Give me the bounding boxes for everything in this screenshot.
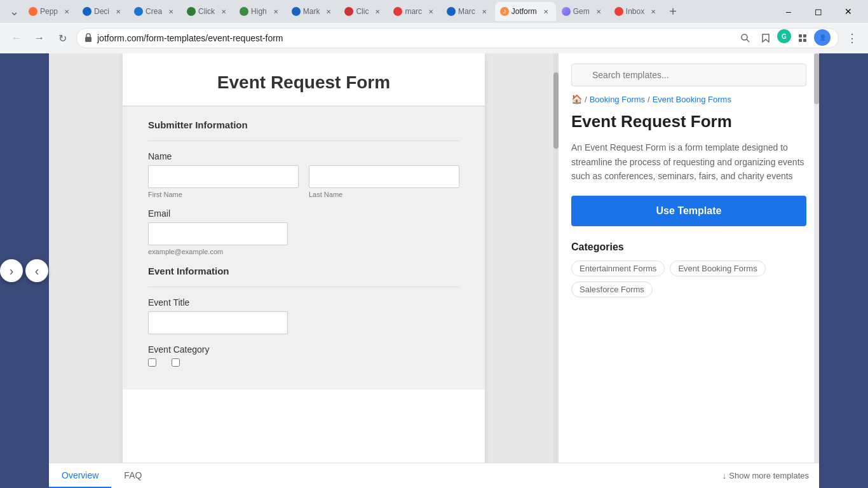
- chevron-left-icon: ‹: [35, 264, 39, 278]
- tab-clix[interactable]: ✓ Clic ✕: [339, 2, 388, 21]
- tab-mar[interactable]: Mark ✕: [287, 2, 339, 21]
- nav-arrow-left[interactable]: ‹: [25, 259, 48, 282]
- tab-close-cli[interactable]: ✕: [219, 6, 229, 17]
- bottom-tab-faq[interactable]: FAQ: [111, 463, 154, 488]
- submitter-section: Submitter Information: [148, 119, 459, 130]
- form-scrollbar-thumb: [553, 72, 559, 149]
- category-checkbox-2[interactable]: [172, 358, 180, 367]
- tab-favicon-cli: [187, 7, 196, 16]
- tab-favicon-mar: [292, 7, 301, 16]
- forward-button[interactable]: →: [31, 29, 48, 47]
- tab-gem[interactable]: Gem ✕: [557, 2, 609, 21]
- maximize-button[interactable]: ◻: [804, 0, 833, 23]
- back-button[interactable]: ←: [8, 29, 25, 47]
- tab-favicon-hig: [240, 7, 248, 16]
- extensions-button[interactable]: [794, 29, 811, 47]
- tab-close-clix[interactable]: ✕: [372, 6, 383, 17]
- email-sublabel: example@example.com: [148, 248, 459, 255]
- tab-close-mare[interactable]: ✕: [479, 6, 489, 17]
- event-section-divider: [148, 287, 459, 287]
- tab-close-dec[interactable]: ✕: [113, 6, 123, 17]
- tab-mard[interactable]: marc ✕: [388, 2, 441, 21]
- breadcrumb-event-booking[interactable]: Event Booking Forms: [653, 95, 731, 104]
- right-sidebar: ›: [819, 53, 868, 488]
- tab-close-active[interactable]: ✕: [541, 6, 551, 17]
- tab-label-mare: Marc: [458, 7, 475, 16]
- minimize-button[interactable]: –: [774, 0, 803, 23]
- tab-label-cre: Crea: [146, 7, 162, 16]
- tab-close-inb[interactable]: ✕: [648, 6, 658, 17]
- form-scrollbar[interactable]: [553, 53, 559, 488]
- tab-close-hig[interactable]: ✕: [271, 6, 281, 17]
- tab-label-pep: Pepp: [40, 7, 58, 16]
- category-checkbox-1[interactable]: [148, 358, 156, 367]
- first-name-input[interactable]: [148, 165, 299, 188]
- email-label: Email: [148, 208, 459, 219]
- nav-arrow-right[interactable]: ›: [0, 259, 23, 282]
- tab-label-mard: marc: [405, 7, 422, 16]
- browser-menu-button[interactable]: ⋮: [844, 29, 860, 48]
- category-tag-event-booking[interactable]: Event Booking Forms: [670, 261, 765, 276]
- tab-close-mar[interactable]: ✕: [323, 6, 334, 17]
- address-bar-row: ← → ↻ jotform.com/form-templates/event-r…: [0, 23, 868, 53]
- use-template-button[interactable]: Use Template: [571, 196, 806, 226]
- category-tag-salesforce[interactable]: Salesforce Forms: [571, 281, 653, 297]
- tab-close-cre[interactable]: ✕: [166, 6, 176, 17]
- bookmark-button[interactable]: [757, 29, 775, 47]
- svg-line-2: [747, 39, 749, 42]
- tab-mare[interactable]: Marc ✕: [442, 2, 494, 21]
- categories-title: Categories: [571, 241, 806, 253]
- tab-label-clix: Clic: [356, 7, 369, 16]
- tab-active[interactable]: J Jotform ✕: [495, 2, 556, 21]
- tab-pep[interactable]: Pepp ✕: [24, 2, 77, 21]
- tab-favicon-active: J: [500, 7, 509, 16]
- search-input[interactable]: [571, 64, 806, 86]
- url-text: jotform.com/form-templates/event-request…: [97, 33, 731, 43]
- tab-favicon-mard: [393, 7, 402, 16]
- form-title: Event Request Form: [148, 72, 459, 93]
- tab-close-gem[interactable]: ✕: [593, 6, 604, 17]
- event-title-input[interactable]: [148, 311, 288, 334]
- category-tags: Entertainment Forms Event Booking Forms …: [571, 261, 806, 297]
- form-preview: Event Request Form Submitter Information…: [123, 53, 485, 488]
- tab-close-pep[interactable]: ✕: [62, 6, 72, 17]
- search-button[interactable]: [736, 29, 754, 47]
- breadcrumb-sep-2: /: [648, 95, 650, 104]
- home-icon[interactable]: 🏠: [571, 94, 582, 104]
- tab-hig[interactable]: High ✕: [234, 2, 286, 21]
- grammarly-button[interactable]: G: [777, 29, 791, 43]
- show-more-templates-button[interactable]: ↓ Show more templates: [712, 471, 819, 480]
- tab-dropdown[interactable]: ⌄: [5, 3, 23, 20]
- last-name-input[interactable]: [309, 165, 459, 188]
- template-title: Event Request Form: [571, 112, 806, 132]
- name-field-row: First Name Last Name: [148, 165, 459, 198]
- lock-icon: [85, 33, 92, 44]
- tab-inb[interactable]: Inbox ✕: [609, 2, 663, 21]
- event-title-label: Event Title: [148, 297, 459, 308]
- reload-button[interactable]: ↻: [53, 29, 71, 47]
- tab-favicon-mare: [447, 7, 456, 16]
- address-bar[interactable]: jotform.com/form-templates/event-request…: [76, 28, 839, 48]
- right-panel-scrollbar[interactable]: [814, 53, 819, 488]
- email-input[interactable]: [148, 222, 288, 245]
- tab-close-mard[interactable]: ✕: [426, 6, 436, 17]
- right-panel-scrollbar-thumb: [814, 53, 819, 104]
- new-tab-button[interactable]: +: [664, 3, 682, 20]
- template-description: An Event Request Form is a form template…: [571, 140, 806, 183]
- tab-dec[interactable]: Deci ✕: [78, 2, 128, 21]
- tab-favicon-pep: [29, 7, 37, 16]
- tab-favicon-clix: ✓: [344, 7, 353, 16]
- email-field-group: Email example@example.com: [148, 208, 459, 255]
- close-button[interactable]: ✕: [834, 0, 863, 23]
- category-tag-entertainment[interactable]: Entertainment Forms: [571, 261, 665, 276]
- tab-label-dec: Deci: [94, 7, 109, 16]
- profile-button[interactable]: 👤: [814, 29, 831, 46]
- tab-cre[interactable]: Crea ✕: [129, 2, 181, 21]
- bottom-tab-overview[interactable]: Overview: [49, 463, 111, 488]
- show-more-icon: ↓: [722, 471, 727, 480]
- breadcrumb-booking-forms[interactable]: Booking Forms: [590, 95, 645, 104]
- tab-bar: ⌄ Pepp ✕ Deci ✕ Crea ✕ Click ✕ High ✕: [0, 0, 868, 23]
- svg-marker-3: [763, 34, 769, 42]
- tab-cli[interactable]: Click ✕: [182, 2, 234, 21]
- tab-label-inb: Inbox: [626, 7, 644, 16]
